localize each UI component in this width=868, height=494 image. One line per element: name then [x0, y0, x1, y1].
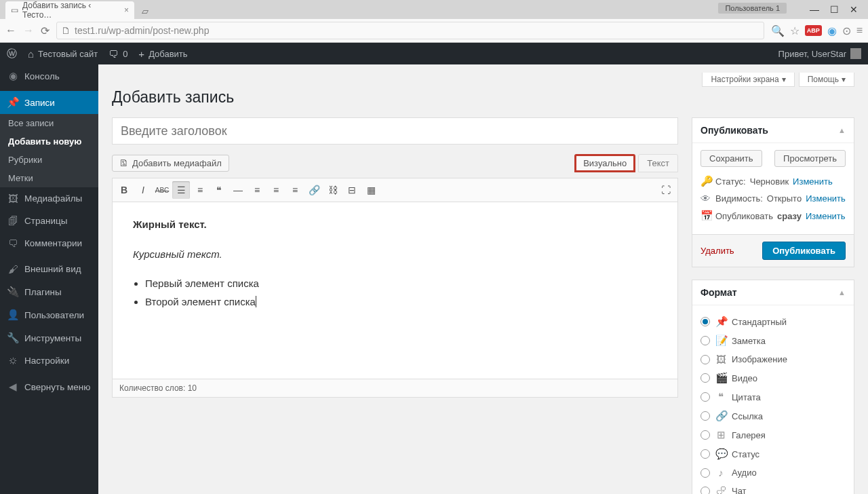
bold-text: Жирный текст. — [133, 218, 207, 230]
format-label: Цитата — [732, 392, 761, 402]
post-title-input[interactable] — [112, 117, 678, 145]
sidebar-tools[interactable]: 🔧Инструменты — [0, 326, 98, 349]
users-icon: 👤 — [7, 309, 19, 321]
site-name-link[interactable]: ⌂Тестовый сайт — [28, 48, 98, 60]
wp-logo[interactable]: ⓦ — [7, 48, 17, 60]
add-media-button[interactable]: 🖻Добавить медиафайл — [112, 155, 229, 172]
ext-icon-2[interactable]: ⊙ — [842, 24, 851, 37]
url-bar[interactable]: 🗋 test1.ru/wp-admin/post-new.php — [56, 22, 764, 39]
hr-button[interactable]: — — [229, 181, 247, 199]
sidebar-console[interactable]: ◉Консоль — [0, 64, 98, 88]
edit-visibility-link[interactable]: Изменить — [806, 193, 846, 204]
user-greeting[interactable]: Привет, UserStar — [778, 48, 861, 59]
link-button[interactable]: 🔗 — [305, 181, 323, 199]
align-left-button[interactable]: ≡ — [248, 181, 266, 199]
maximize-icon[interactable]: ☐ — [830, 4, 839, 15]
format-box: Формат▲ 📌Стандартный📝Заметка🖼Изображение… — [692, 280, 854, 494]
reload-icon[interactable]: ⟳ — [41, 24, 50, 37]
page-icon: 🗋 — [61, 25, 71, 36]
sidebar-media[interactable]: 🖾Медиафайлы — [0, 187, 98, 210]
submenu-all-posts[interactable]: Все записи — [0, 114, 98, 132]
format-option[interactable]: 🖼Изображение — [701, 350, 846, 368]
format-option[interactable]: 🗪Чат — [701, 482, 846, 494]
format-box-header[interactable]: Формат▲ — [692, 280, 854, 305]
sidebar-plugins[interactable]: 🔌Плагины — [0, 280, 98, 303]
format-option[interactable]: ♪Аудио — [701, 463, 846, 482]
close-window-icon[interactable]: ✕ — [850, 4, 858, 15]
bookmark-icon[interactable]: ☆ — [790, 24, 800, 37]
radio-icon — [701, 411, 710, 421]
format-option[interactable]: 🔗Ссылка — [701, 406, 846, 425]
toggle-icon: ▲ — [838, 126, 846, 134]
editor-body[interactable]: Жирный текст. Курсивный текст. Первый эл… — [113, 202, 677, 379]
edit-status-link[interactable]: Изменить — [793, 176, 833, 187]
sidebar-appearance[interactable]: 🖌Внешний вид — [0, 258, 98, 280]
publish-button[interactable]: Опубликовать — [762, 242, 846, 260]
save-draft-button[interactable]: Сохранить — [701, 150, 762, 167]
submenu-add-new[interactable]: Добавить новую — [0, 132, 98, 151]
editor-toolbar: B I ABC ☰ ≡ ❝ — ≡ ≡ ≡ 🔗 ⛓ ⊟ ▦ ⛶ — [113, 178, 677, 202]
italic-button[interactable]: I — [134, 181, 152, 199]
radio-icon — [701, 317, 710, 326]
window-controls: — ☐ ✕ — [803, 0, 865, 19]
bold-button[interactable]: B — [115, 181, 133, 199]
sidebar-posts[interactable]: 📌Записи — [0, 91, 98, 114]
admin-sidebar: ◉Консоль 📌Записи Все записи Добавить нов… — [0, 64, 98, 494]
help-tab[interactable]: Помощь ▾ — [799, 73, 854, 87]
publish-box-header[interactable]: Опубликовать▲ — [692, 118, 854, 143]
forward-icon[interactable]: → — [23, 24, 34, 37]
preview-button[interactable]: Просмотреть — [774, 150, 846, 167]
back-icon[interactable]: ← — [5, 24, 16, 37]
plus-icon: + — [138, 48, 144, 60]
abp-icon[interactable]: ABP — [805, 25, 822, 36]
submenu-categories[interactable]: Рубрики — [0, 151, 98, 169]
align-center-button[interactable]: ≡ — [267, 181, 285, 199]
screen-options-tab[interactable]: Настройки экрана ▾ — [702, 73, 794, 87]
format-option[interactable]: 🎬Видео — [701, 368, 846, 387]
new-tab-button[interactable]: ▱ — [138, 5, 152, 16]
unlink-button[interactable]: ⛓ — [324, 181, 342, 199]
delete-link[interactable]: Удалить — [701, 246, 734, 256]
plugin-icon: 🔌 — [7, 286, 19, 298]
toolbar-toggle-button[interactable]: ▦ — [362, 181, 380, 199]
strike-button[interactable]: ABC — [153, 181, 171, 199]
favicon: ▭ — [11, 5, 18, 15]
format-option[interactable]: 📌Стандартный — [701, 312, 846, 331]
tab-title: Добавить запись ‹ Тесто… — [22, 1, 117, 20]
tab-text[interactable]: Текст — [638, 154, 678, 172]
fullscreen-button[interactable]: ⛶ — [657, 181, 675, 199]
format-option[interactable]: ❝Цитата — [701, 387, 846, 406]
menu-icon[interactable]: ≡ — [856, 24, 863, 37]
tab-visual[interactable]: Визуально — [574, 154, 635, 172]
sidebar-collapse[interactable]: ◀Свернуть меню — [0, 375, 98, 398]
radio-icon — [701, 373, 710, 383]
minimize-icon[interactable]: — — [810, 4, 819, 15]
readmore-button[interactable]: ⊟ — [343, 181, 361, 199]
edit-schedule-link[interactable]: Изменить — [806, 211, 846, 221]
page-icon: 🗐 — [7, 215, 19, 227]
close-tab-icon[interactable]: × — [124, 5, 129, 15]
ext-icon[interactable]: ◉ — [827, 24, 837, 37]
sidebar-pages[interactable]: 🗐Страницы — [0, 210, 98, 232]
format-option[interactable]: 📝Заметка — [701, 331, 846, 350]
sidebar-users[interactable]: 👤Пользователи — [0, 303, 98, 326]
zoom-icon[interactable]: 🔍 — [771, 24, 785, 37]
user-profile-badge[interactable]: Пользователь 1 — [718, 3, 787, 14]
submenu-tags[interactable]: Метки — [0, 169, 98, 187]
align-right-button[interactable]: ≡ — [286, 181, 304, 199]
browser-tab[interactable]: ▭ Добавить запись ‹ Тесто… × — [5, 1, 134, 19]
media-icon: 🖾 — [7, 193, 19, 204]
posts-submenu: Все записи Добавить новую Рубрики Метки — [0, 114, 98, 187]
format-type-icon: ♪ — [715, 467, 726, 478]
format-option[interactable]: 💬Статус — [701, 444, 846, 463]
radio-icon — [701, 487, 710, 495]
sidebar-comments[interactable]: 🗨Комментарии — [0, 232, 98, 254]
format-option[interactable]: ⊞Галерея — [701, 425, 846, 444]
add-new-link[interactable]: +Добавить — [138, 48, 187, 60]
sidebar-settings[interactable]: ⛭Настройки — [0, 349, 98, 372]
bullet-list-button[interactable]: ☰ — [172, 181, 190, 199]
blockquote-button[interactable]: ❝ — [210, 181, 228, 199]
comments-link[interactable]: 🗨0 — [108, 48, 127, 60]
list-item: Второй элемент списка — [145, 293, 657, 311]
number-list-button[interactable]: ≡ — [191, 181, 209, 199]
